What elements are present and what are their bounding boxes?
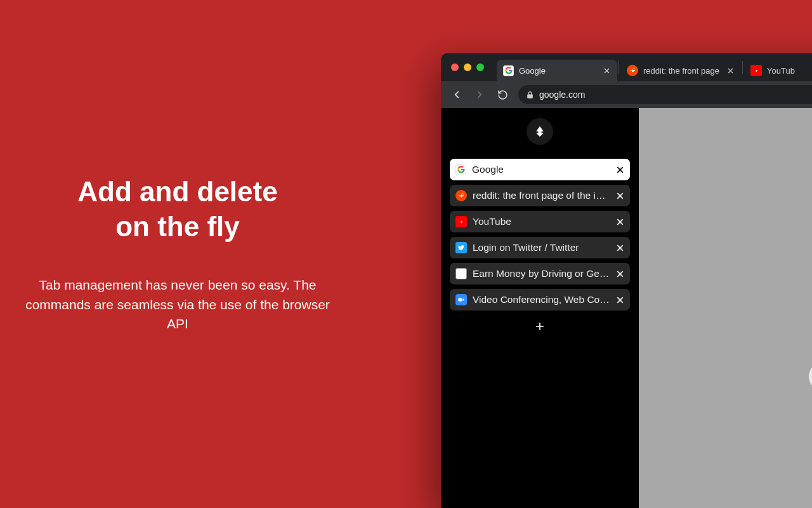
vertical-tab-title: Video Conferencing, Web Co… — [473, 294, 610, 305]
svg-point-5 — [634, 68, 634, 69]
tree-icon — [534, 125, 546, 138]
browser-tab[interactable]: reddit: the front page — [620, 60, 741, 81]
close-icon — [616, 166, 624, 174]
close-vertical-tab-button[interactable] — [616, 218, 624, 226]
window-controls — [447, 53, 489, 81]
reload-button[interactable] — [495, 88, 509, 102]
tabstrip: Googlereddit: the front pageYouTub — [441, 53, 812, 81]
vertical-tab[interactable]: Earn Money by Driving or Get… — [450, 263, 630, 284]
svg-rect-24 — [459, 298, 462, 302]
browser-tab[interactable]: YouTub — [744, 60, 812, 81]
browser-window: Googlereddit: the front pageYouTub googl… — [441, 53, 812, 508]
vertical-tab-title: YouTube — [473, 216, 610, 227]
browser-tab[interactable]: Google — [497, 60, 617, 81]
vertical-tabs-panel: Googlereddit: the front page of the in…Y… — [441, 108, 639, 508]
horizontal-tabs: Googlereddit: the front pageYouTub — [497, 53, 812, 81]
toolbar: google.com — [441, 81, 812, 108]
close-icon — [727, 67, 734, 74]
vertical-tab[interactable]: YouTube — [450, 211, 630, 232]
maximize-window-button[interactable] — [476, 64, 484, 71]
close-vertical-tab-button[interactable] — [616, 166, 624, 174]
zoom-favicon-icon — [455, 294, 467, 305]
close-icon — [616, 192, 624, 200]
pin-button[interactable] — [527, 118, 553, 145]
close-tab-button[interactable] — [726, 66, 735, 75]
promo-headline-line2: on the fly — [115, 211, 240, 242]
youtube-favicon-icon — [455, 216, 467, 227]
google-favicon-icon — [455, 164, 466, 175]
reddit-favicon-icon — [455, 190, 467, 201]
google-search-bar[interactable] — [809, 362, 812, 391]
back-button[interactable] — [450, 88, 464, 102]
vertical-tab[interactable]: Google — [450, 159, 630, 180]
vertical-tab-title: Login on Twitter / Twitter — [473, 242, 610, 253]
close-vertical-tab-button[interactable] — [616, 270, 624, 278]
add-tab-button[interactable] — [531, 318, 549, 335]
lock-icon — [526, 91, 534, 99]
plus-icon — [534, 320, 546, 333]
page-content: Pe — [639, 108, 812, 508]
svg-point-12 — [460, 194, 462, 197]
vertical-tab[interactable]: Login on Twitter / Twitter — [450, 237, 630, 258]
svg-point-15 — [462, 193, 463, 194]
promo-headline-line1: Add and delete — [77, 176, 277, 207]
address-text: google.com — [539, 90, 585, 100]
promo-headline: Add and delete on the fly — [77, 174, 277, 244]
reddit-favicon-icon — [627, 65, 638, 76]
google-favicon-icon — [503, 65, 514, 76]
close-vertical-tab-button[interactable] — [616, 244, 624, 252]
close-vertical-tab-button[interactable] — [616, 296, 624, 304]
vertical-tab-title: Google — [472, 164, 610, 175]
vertical-tabs-list: Googlereddit: the front page of the in…Y… — [450, 159, 630, 315]
blank-favicon-icon — [455, 268, 467, 279]
svg-point-4 — [634, 70, 635, 71]
svg-point-3 — [630, 70, 631, 71]
close-tab-button[interactable] — [602, 66, 611, 75]
promo-panel: Add and delete on the fly Tab management… — [0, 0, 355, 508]
svg-point-14 — [462, 195, 464, 196]
close-icon — [616, 296, 624, 304]
close-window-button[interactable] — [451, 64, 459, 71]
close-icon — [616, 244, 624, 252]
close-icon — [616, 270, 624, 278]
minimize-window-button[interactable] — [464, 64, 471, 71]
content-area: Googlereddit: the front page of the in…Y… — [441, 108, 812, 508]
svg-point-2 — [631, 69, 634, 72]
promo-body: Tab management has never been so easy. T… — [25, 276, 330, 333]
browser-tab-title: Google — [519, 66, 597, 76]
twitter-favicon-icon — [455, 242, 467, 253]
vertical-tab[interactable]: Video Conferencing, Web Co… — [450, 289, 630, 311]
browser-tab-title: reddit: the front page — [643, 66, 721, 76]
vertical-tab-title: reddit: the front page of the in… — [473, 190, 610, 201]
close-vertical-tab-button[interactable] — [616, 192, 624, 200]
browser-tab-title: YouTub — [767, 66, 812, 76]
svg-point-13 — [459, 195, 460, 196]
youtube-favicon-icon — [750, 65, 762, 76]
forward-button[interactable] — [473, 88, 487, 102]
address-bar[interactable]: google.com — [518, 85, 812, 104]
close-icon — [616, 218, 624, 226]
vertical-tab[interactable]: reddit: the front page of the in… — [450, 185, 630, 206]
close-icon — [603, 67, 610, 74]
vertical-tab-title: Earn Money by Driving or Get… — [473, 268, 610, 279]
